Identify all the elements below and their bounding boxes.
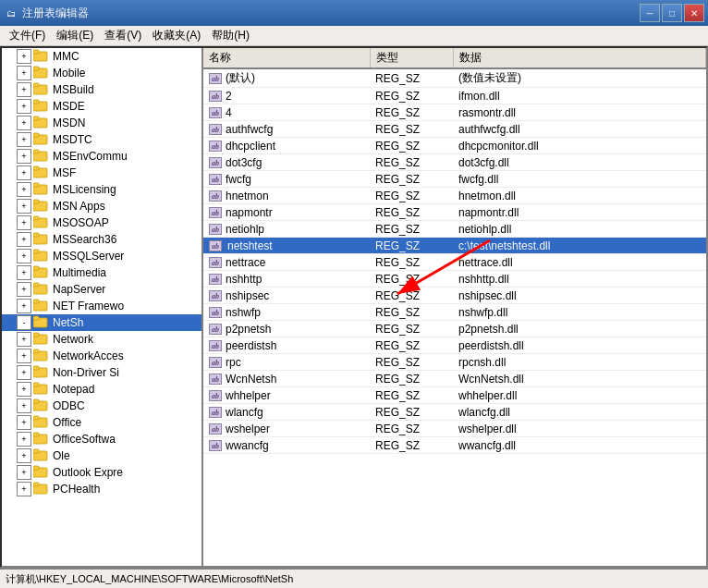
tree-item[interactable]: +MMC (2, 48, 201, 65)
tree-item[interactable]: -NetSh (2, 314, 201, 331)
value-name: rpc (226, 356, 241, 369)
table-row[interactable]: abpeerdistshREG_SZpeerdistsh.dll (203, 337, 706, 354)
tree-expander[interactable]: + (17, 382, 31, 397)
tree-item[interactable]: +Notepad (2, 381, 201, 398)
close-button[interactable]: ✕ (684, 4, 704, 22)
col-data[interactable]: 数据 (453, 48, 706, 68)
tree-expander[interactable]: + (17, 199, 31, 214)
tree-item[interactable]: +MSOSOAP (2, 214, 201, 231)
menu-help[interactable]: 帮助(H) (206, 26, 255, 45)
table-row[interactable]: abwshelperREG_SZwshelper.dll (203, 421, 706, 437)
tree-expander[interactable]: + (17, 249, 31, 263)
registry-value-icon: ab (209, 207, 222, 218)
tree-expander[interactable]: + (17, 215, 31, 230)
tree-expander[interactable]: + (17, 66, 31, 80)
tree-item[interactable]: +Office (2, 414, 201, 431)
table-row[interactable]: abnetiohlpREG_SZnetiohlp.dll (203, 221, 706, 238)
maximize-button[interactable]: □ (662, 4, 682, 22)
table-row[interactable]: abdot3cfgREG_SZdot3cfg.dll (203, 154, 706, 171)
tree-expander[interactable]: + (17, 332, 31, 347)
tree-item[interactable]: +MSDE (2, 98, 201, 115)
tree-item[interactable]: +MSSQLServer (2, 248, 201, 264)
table-row[interactable]: abrpcREG_SZrpcnsh.dll (203, 354, 706, 371)
table-row[interactable]: abnettraceREG_SZnettrace.dll (203, 254, 706, 271)
tree-item[interactable]: +Mobile (2, 65, 201, 81)
tree-expander[interactable]: + (17, 398, 31, 413)
title-text: 注册表编辑器 (22, 6, 640, 21)
table-row[interactable]: abnetshtestREG_SZc:\test\netshtest.dll (203, 238, 706, 254)
table-row[interactable]: abp2pnetshREG_SZp2pnetsh.dll (203, 321, 706, 337)
tree-item[interactable]: +PCHealth (2, 481, 201, 497)
tree-item[interactable]: +NetworkAcces (2, 348, 201, 364)
table-row[interactable]: abnshipsecREG_SZnshipsec.dll (203, 288, 706, 304)
table-row[interactable]: abfwcfgREG_SZfwcfg.dll (203, 171, 706, 188)
tree-item[interactable]: +Multimedia (2, 264, 201, 281)
tree-expander[interactable]: + (17, 465, 31, 480)
table-row[interactable]: abwlancfgREG_SZwlancfg.dll (203, 404, 706, 421)
minimize-button[interactable]: ─ (640, 4, 660, 22)
tree-expander[interactable]: + (17, 415, 31, 430)
menu-view[interactable]: 查看(V) (99, 26, 147, 45)
tree-expander[interactable]: + (17, 265, 31, 280)
tree-item[interactable]: +MSBuild (2, 81, 201, 98)
table-row[interactable]: ab(默认)REG_SZ(数值未设置) (203, 68, 706, 88)
tree-item[interactable]: +MSLicensing (2, 181, 201, 198)
tree-item[interactable]: +NET Framewo (2, 298, 201, 314)
table-row[interactable]: abhnetmonREG_SZhnetmon.dll (203, 188, 706, 204)
tree-item[interactable]: +MSSearch36 (2, 231, 201, 248)
tree-expander[interactable]: + (17, 349, 31, 363)
tree-item[interactable]: +Non-Driver Si (2, 364, 201, 381)
tree-expander[interactable]: + (17, 232, 31, 247)
menu-file[interactable]: 文件(F) (4, 26, 51, 45)
cell-type: REG_SZ (370, 171, 453, 188)
main-content: +MMC+Mobile+MSBuild+MSDE+MSDN+MSDTC+MSEn… (0, 46, 708, 568)
cell-type: REG_SZ (370, 404, 453, 421)
tree-item[interactable]: +ODBC (2, 398, 201, 414)
tree-expander[interactable]: + (17, 432, 31, 447)
tree-expander[interactable]: + (17, 99, 31, 114)
tree-item-label: Non-Driver Si (53, 366, 119, 379)
tree-expander[interactable]: + (17, 282, 31, 297)
tree-item[interactable]: +Ole (2, 447, 201, 464)
table-row[interactable]: ab2REG_SZifmon.dll (203, 88, 706, 104)
tree-item[interactable]: +MSF (2, 165, 201, 181)
tree-expander[interactable]: + (17, 82, 31, 97)
values-panel[interactable]: 名称 类型 数据 ab(默认)REG_SZ(数值未设置)ab2REG_SZifm… (203, 48, 706, 566)
tree-item[interactable]: +MSDTC (2, 131, 201, 148)
tree-expander[interactable]: + (17, 448, 31, 463)
tree-expander[interactable]: + (17, 165, 31, 180)
table-row[interactable]: abnshhttpREG_SZnshhttp.dll (203, 271, 706, 288)
tree-item[interactable]: +MSN Apps (2, 198, 201, 214)
tree-expander[interactable]: + (17, 116, 31, 130)
tree-expander[interactable]: + (17, 299, 31, 313)
table-row[interactable]: ab4REG_SZrasmontr.dll (203, 104, 706, 121)
table-row[interactable]: abwwancfgREG_SZwwancfg.dll (203, 437, 706, 454)
tree-expander[interactable]: - (17, 315, 31, 330)
tree-item[interactable]: +Outlook Expre (2, 464, 201, 481)
tree-expander[interactable]: + (17, 149, 31, 164)
value-name: 4 (226, 106, 232, 119)
tree-item-label: ODBC (53, 399, 85, 412)
tree-item[interactable]: +MSEnvCommu (2, 148, 201, 165)
table-row[interactable]: abnapmontrREG_SZnapmontr.dll (203, 204, 706, 221)
menu-edit[interactable]: 编辑(E) (51, 26, 99, 45)
menu-favorites[interactable]: 收藏夹(A) (147, 26, 206, 45)
tree-item[interactable]: +Network (2, 331, 201, 348)
tree-item[interactable]: +NapServer (2, 281, 201, 298)
tree-item[interactable]: +OfficeSoftwa (2, 431, 201, 447)
table-row[interactable]: abnshwfpREG_SZnshwfp.dll (203, 304, 706, 321)
cell-data: hnetmon.dll (453, 188, 706, 204)
tree-expander[interactable]: + (17, 182, 31, 197)
tree-expander[interactable]: + (17, 132, 31, 147)
table-row[interactable]: abwhhelperREG_SZwhhelper.dll (203, 387, 706, 404)
tree-item[interactable]: +MSDN (2, 115, 201, 131)
col-name[interactable]: 名称 (203, 48, 370, 68)
tree-panel[interactable]: +MMC+Mobile+MSBuild+MSDE+MSDN+MSDTC+MSEn… (2, 48, 203, 566)
table-row[interactable]: abWcnNetshREG_SZWcnNetsh.dll (203, 371, 706, 387)
tree-expander[interactable]: + (17, 365, 31, 380)
table-row[interactable]: abauthfwcfgREG_SZauthfwcfg.dll (203, 121, 706, 138)
tree-expander[interactable]: + (17, 49, 31, 64)
table-row[interactable]: abdhcpclientREG_SZdhcpcmonitor.dll (203, 138, 706, 154)
tree-expander[interactable]: + (17, 482, 31, 496)
col-type[interactable]: 类型 (370, 48, 453, 68)
